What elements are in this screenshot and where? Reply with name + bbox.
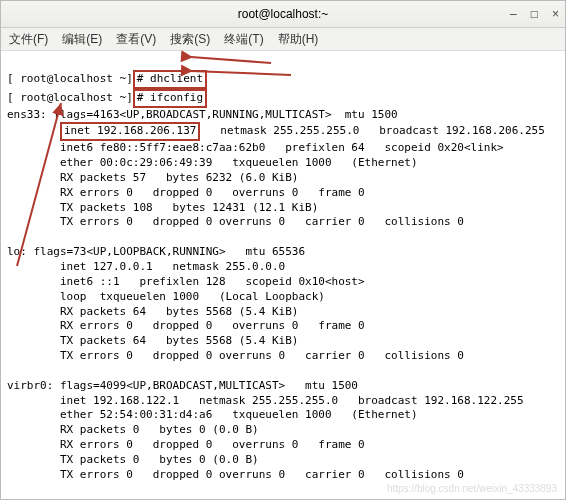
virbr0-tx-packets: TX packets 0 bytes 0 (0.0 B): [7, 453, 259, 466]
lo-flags: lo: flags=73<UP,LOOPBACK,RUNNING> mtu 65…: [7, 245, 305, 258]
highlight-ifconfig: # ifconfig: [133, 89, 207, 108]
highlight-dhclient: # dhclient: [133, 70, 207, 89]
prompt-line-1: [ root@localhost ~]# dhclient: [7, 72, 207, 85]
prompt-line-2: [ root@localhost ~]# ifconfig: [7, 91, 207, 104]
ens33-rx-errors: RX errors 0 dropped 0 overruns 0 frame 0: [7, 186, 365, 199]
ens33-tx-packets: TX packets 108 bytes 12431 (12.1 KiB): [7, 201, 318, 214]
menu-edit[interactable]: 编辑(E): [62, 31, 102, 47]
virbr0-inet: inet 192.168.122.1 netmask 255.255.255.0…: [7, 394, 524, 407]
lo-rx-errors: RX errors 0 dropped 0 overruns 0 frame 0: [7, 319, 365, 332]
menubar: 文件(F) 编辑(E) 查看(V) 搜索(S) 终端(T) 帮助(H): [1, 28, 565, 51]
virbr0-rx-packets: RX packets 0 bytes 0 (0.0 B): [7, 423, 259, 436]
virbr0-ether: ether 52:54:00:31:d4:a6 txqueuelen 1000 …: [7, 408, 418, 421]
watermark: https://blog.csdn.net/weixin_43333893: [387, 482, 557, 496]
lo-tx-errors: TX errors 0 dropped 0 overruns 0 carrier…: [7, 349, 464, 362]
maximize-button[interactable]: □: [531, 6, 538, 22]
menu-view[interactable]: 查看(V): [116, 31, 156, 47]
ens33-tx-errors: TX errors 0 dropped 0 overruns 0 carrier…: [7, 215, 464, 228]
ens33-rx-packets: RX packets 57 bytes 6232 (6.0 KiB): [7, 171, 298, 184]
lo-inet: inet 127.0.0.1 netmask 255.0.0.0: [7, 260, 285, 273]
ens33-flags: ens33: flags=4163<UP,BROADCAST,RUNNING,M…: [7, 108, 398, 121]
virbr0-flags: virbr0: flags=4099<UP,BROADCAST,MULTICAS…: [7, 379, 358, 392]
window-title: root@localhost:~: [238, 6, 329, 22]
menu-search[interactable]: 搜索(S): [170, 31, 210, 47]
minimize-button[interactable]: –: [510, 6, 517, 22]
ens33-inet-row: inet 192.168.206.137 netmask 255.255.255…: [7, 124, 545, 137]
ens33-ether: ether 00:0c:29:06:49:39 txqueuelen 1000 …: [7, 156, 418, 169]
lo-inet6: inet6 ::1 prefixlen 128 scopeid 0x10<hos…: [7, 275, 365, 288]
highlight-ip: inet 192.168.206.137: [60, 122, 200, 141]
lo-loop: loop txqueuelen 1000 (Local Loopback): [7, 290, 325, 303]
titlebar[interactable]: root@localhost:~ – □ ×: [1, 1, 565, 28]
terminal-window: root@localhost:~ – □ × 文件(F) 编辑(E) 查看(V)…: [0, 0, 566, 500]
virbr0-tx-errors: TX errors 0 dropped 0 overruns 0 carrier…: [7, 468, 464, 481]
menu-file[interactable]: 文件(F): [9, 31, 48, 47]
ens33-inet6: inet6 fe80::5ff7:eae8:c7aa:62b0 prefixle…: [7, 141, 504, 154]
virbr0-rx-errors: RX errors 0 dropped 0 overruns 0 frame 0: [7, 438, 365, 451]
lo-tx-packets: TX packets 64 bytes 5568 (5.4 KiB): [7, 334, 298, 347]
lo-rx-packets: RX packets 64 bytes 5568 (5.4 KiB): [7, 305, 298, 318]
close-button[interactable]: ×: [552, 6, 559, 22]
menu-terminal[interactable]: 终端(T): [224, 31, 263, 47]
window-controls: – □ ×: [510, 1, 559, 27]
terminal-output[interactable]: [ root@localhost ~]# dhclient [ root@loc…: [1, 51, 565, 500]
menu-help[interactable]: 帮助(H): [278, 31, 319, 47]
